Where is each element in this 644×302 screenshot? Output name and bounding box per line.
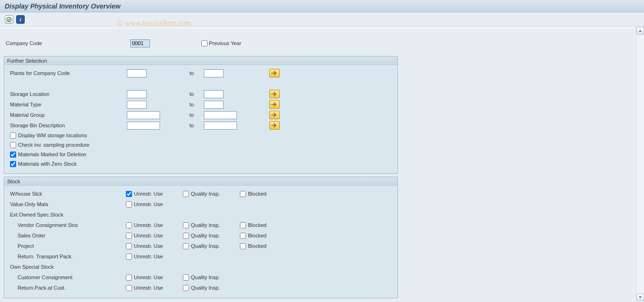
stock-label-5: Project [7,243,126,249]
stock-label-1: Value-Only Mats [7,201,126,207]
stock-label-6: Return. Transport Pack. [7,254,126,259]
stock-unrestr-label-6: Unrestr. Use [134,254,163,259]
stock-label-2: Ext.Owned Spec.Stock [7,212,126,217]
stock-quality-9[interactable] [183,285,189,291]
stock-unrestr-label-9: Unrestr. Use [134,285,163,291]
vertical-scrollbar[interactable] [635,27,644,302]
fs-label-1: Storage Location [7,91,121,97]
stock-blocked-label-0: Blocked [248,191,266,197]
fs-label-4: Storage Bin Description [7,123,121,128]
fs-check-3[interactable] [10,161,16,167]
stock-quality-5[interactable] [183,243,189,249]
fs-from-0[interactable] [127,69,147,77]
fs-multiselect-2[interactable] [269,100,280,109]
company-code-label: Company Code [5,40,128,46]
fs-check-label-0: Display WM storage locations [18,132,87,138]
fs-to-1[interactable] [204,90,224,98]
content-area: Company Code Previous Year Further Selec… [0,28,635,302]
fs-from-3[interactable] [127,111,160,119]
stock-blocked-5[interactable] [240,243,246,249]
fs-to-4[interactable] [204,122,237,130]
fs-check-label-2: Materials Marked for Deletion [18,151,86,157]
scroll-up-button[interactable] [636,27,644,35]
stock-label-4: Sales Order [7,233,126,238]
stock-blocked-4[interactable] [240,233,246,239]
stock-quality-label-9: Quality Insp. [191,285,220,291]
fs-to-label-3: to [189,112,194,118]
fs-label-3: Material Group [7,112,121,118]
stock-unrestr-label-4: Unrestr. Use [134,233,163,238]
stock-unrestr-label-1: Unrestr. Use [134,201,163,207]
further-selection-group: Further Selection Plants for Company Cod… [4,56,398,174]
stock-label-9: Return.Pack.at Cust. [7,285,126,291]
window-title-bar: Display Physical Inventory Overview [0,0,644,12]
stock-unrestr-5[interactable] [126,243,132,249]
stock-blocked-label-3: Blocked [248,222,266,228]
stock-blocked-label-4: Blocked [248,233,266,238]
stock-quality-4[interactable] [183,233,189,239]
stock-blocked-3[interactable] [240,222,246,228]
execute-button[interactable] [5,15,13,24]
stock-label-3: Vendor Consignment Stoc [7,222,126,228]
toolbar: i [0,12,644,27]
fs-from-4[interactable] [127,122,160,130]
stock-blocked-label-5: Blocked [248,243,266,249]
stock-unrestr-label-3: Unrestr. Use [134,222,163,228]
fs-from-2[interactable] [127,101,147,109]
fs-multiselect-1[interactable] [269,90,280,98]
stock-unrestr-9[interactable] [126,285,132,291]
fs-to-2[interactable] [204,101,224,109]
further-selection-title: Further Selection [4,57,398,65]
stock-quality-label-5: Quality Insp. [191,243,220,249]
fs-check-1[interactable] [10,142,16,148]
fs-multiselect-4[interactable] [269,121,280,130]
stock-unrestr-label-0: Unrestr. Use [134,191,163,197]
fs-check-label-1: Check inv. sampling procedure [18,142,89,148]
window-title: Display Physical Inventory Overview [5,2,121,10]
stock-quality-3[interactable] [183,222,189,228]
stock-quality-label-8: Quality Insp. [191,274,220,280]
stock-label-7: Own Special Stock [7,264,126,270]
fs-label-2: Material Type [7,102,121,107]
stock-unrestr-8[interactable] [126,274,132,281]
stock-quality-label-4: Quality Insp. [191,233,220,238]
fs-to-3[interactable] [204,111,237,119]
stock-label-0: W/house Stck [7,191,126,197]
stock-quality-0[interactable] [183,191,189,197]
info-button[interactable]: i [16,15,25,24]
previous-year-label: Previous Year [209,40,241,46]
stock-label-8: Customer Consignment [7,274,126,280]
fs-from-1[interactable] [127,90,147,98]
scroll-down-button[interactable] [636,293,644,301]
stock-unrestr-label-8: Unrestr. Use [134,274,163,280]
fs-label-0: Plants for Company Code [7,70,121,76]
stock-title: Stock [4,177,398,186]
fs-to-label-1: to [189,91,194,97]
stock-unrestr-1[interactable] [126,201,132,208]
fs-multiselect-3[interactable] [269,111,280,119]
previous-year-checkbox-wrap: Previous Year [201,40,241,47]
fs-multiselect-0[interactable] [269,69,280,77]
stock-unrestr-0[interactable] [126,191,132,197]
fs-to-label-2: to [189,102,194,107]
fs-to-label-4: to [189,123,194,128]
stock-blocked-0[interactable] [240,191,246,197]
previous-year-checkbox[interactable] [201,40,208,47]
fs-check-label-3: Materials with Zero Stock [18,161,76,167]
stock-quality-label-3: Quality Insp. [191,222,220,228]
fs-to-label-0: to [189,70,194,76]
fs-check-0[interactable] [10,132,16,139]
stock-unrestr-label-5: Unrestr. Use [134,243,163,249]
stock-group: Stock W/house StckUnrestr. UseQuality In… [4,177,398,298]
fs-to-0[interactable] [204,69,224,77]
stock-unrestr-4[interactable] [126,233,132,239]
fs-check-2[interactable] [10,151,16,158]
stock-quality-8[interactable] [183,274,189,281]
stock-unrestr-6[interactable] [126,254,132,260]
stock-quality-label-0: Quality Insp. [191,191,220,197]
stock-unrestr-3[interactable] [126,222,132,228]
company-code-input[interactable] [130,39,150,47]
